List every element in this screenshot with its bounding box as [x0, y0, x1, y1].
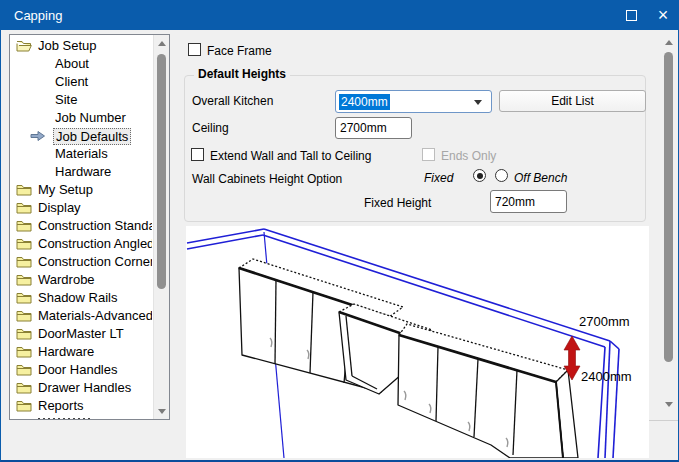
tree-item-label: Display — [38, 200, 81, 215]
tree-item[interactable]: Wardrobe — [10, 271, 152, 289]
tree-item[interactable]: Display — [10, 199, 152, 217]
tree-item-label: Job Defaults — [53, 128, 131, 145]
tree-item-label: About — [55, 56, 89, 71]
ceiling-input[interactable] — [335, 117, 412, 139]
tree-item-label: Materials-Advanced — [38, 308, 152, 323]
folder-icon — [16, 237, 32, 250]
tree-item-label: Construction Standard — [38, 218, 152, 233]
kitchen-preview-svg: 2700mm 2400mm — [186, 226, 649, 458]
fixed-height-label: Fixed Height — [364, 196, 431, 210]
wall-cabinets-height-option-label: Wall Cabinets Height Option — [192, 172, 342, 186]
tree-item[interactable]: Construction Corner — [10, 253, 152, 271]
off-bench-label: Off Bench — [514, 171, 567, 185]
tree-item[interactable]: DoorMaster LT — [10, 325, 152, 343]
scroll-up-arrow[interactable] — [660, 34, 677, 50]
tree-item-label: Job Number — [55, 110, 126, 125]
folder-icon — [16, 183, 32, 196]
tree-item-label: Hardware — [38, 344, 94, 359]
scroll-down-arrow[interactable] — [660, 396, 677, 412]
default-heights-group: Default Heights Overall Kitchen 2400mm E… — [184, 75, 646, 222]
face-frame-checkbox[interactable] — [188, 43, 201, 56]
folder-icon — [16, 399, 32, 412]
folder-icon — [16, 309, 32, 322]
panel-divider — [649, 420, 678, 421]
selected-arrow-icon — [30, 130, 46, 143]
folder-icon — [16, 345, 32, 358]
tree-item-label: Drawer Handles — [38, 380, 131, 395]
tree-item-label: Hardware — [55, 164, 111, 179]
tree-item[interactable]: Job Defaults — [10, 127, 152, 145]
overall-kitchen-value: 2400mm — [339, 94, 390, 110]
tree-item-label: Materials — [55, 146, 108, 161]
tree-item[interactable]: Construction Standard — [10, 217, 152, 235]
tree-item-label: Site — [55, 92, 77, 107]
tree-item-label: DoorMaster LT — [38, 326, 124, 341]
down-triangle-icon — [158, 409, 166, 414]
scroll-up-arrow[interactable] — [154, 35, 170, 51]
clipped-text — [38, 418, 90, 419]
folder-icon — [16, 381, 32, 394]
tree-item[interactable] — [10, 415, 152, 419]
panel-scrollbar-thumb[interactable] — [664, 52, 673, 362]
off-bench-radio[interactable] — [495, 169, 508, 182]
fixed-height-input[interactable] — [490, 190, 567, 213]
overall-kitchen-combobox[interactable]: 2400mm — [335, 90, 492, 113]
tree-item-label: Construction Corner — [38, 254, 152, 269]
overall-kitchen-label: Overall Kitchen — [192, 94, 273, 108]
folder-icon — [16, 291, 32, 304]
maximize-icon — [626, 10, 637, 21]
tree-item[interactable]: Hardware — [10, 163, 152, 181]
panel-scrollbar[interactable] — [660, 34, 677, 412]
tree-item-label: Door Handles — [38, 362, 118, 377]
chevron-down-icon — [474, 100, 482, 105]
tree-scrollbar[interactable] — [153, 35, 169, 419]
tree-item[interactable]: About — [10, 55, 152, 73]
ends-only-label: Ends Only — [441, 149, 496, 163]
ceiling-height-label: 2700mm — [579, 314, 630, 329]
extend-wall-tall-label: Extend Wall and Tall to Ceiling — [210, 149, 371, 163]
folder-icon — [16, 417, 32, 419]
tree-items: Job Setup About Client — [10, 37, 152, 419]
tree-item-label: Client — [55, 74, 88, 89]
tree-item[interactable]: Reports — [10, 397, 152, 415]
tree-item[interactable]: Job Setup — [10, 37, 152, 55]
kitchen-preview-image: 2700mm 2400mm — [186, 226, 649, 458]
fixed-radio[interactable] — [473, 169, 486, 182]
tree-item-label: Shadow Rails — [38, 290, 118, 305]
extend-wall-tall-checkbox[interactable] — [191, 148, 204, 161]
tree-item[interactable]: Door Handles — [10, 361, 152, 379]
tree-item-label: Wardrobe — [38, 272, 95, 287]
tree-item[interactable]: Job Number — [10, 109, 152, 127]
open-folder-icon — [16, 39, 32, 52]
tree-item[interactable]: Materials — [10, 145, 152, 163]
tree-item[interactable]: My Setup — [10, 181, 152, 199]
folder-icon — [16, 255, 32, 268]
tree-scrollbar-thumb[interactable] — [157, 54, 166, 289]
tree-item[interactable]: Hardware — [10, 343, 152, 361]
tree-item[interactable]: Materials-Advanced — [10, 307, 152, 325]
folder-icon — [16, 201, 32, 214]
titlebar: Capping × — [1, 1, 678, 30]
tree-item[interactable]: Site — [10, 91, 152, 109]
folder-icon — [16, 273, 32, 286]
up-triangle-icon — [665, 40, 673, 45]
kitchen-height-label: 2400mm — [581, 369, 632, 384]
ends-only-checkbox[interactable] — [422, 148, 435, 161]
tree-item[interactable]: Client — [10, 73, 152, 91]
settings-tree: Job Setup About Client — [9, 34, 170, 420]
tree-item[interactable]: Construction Angled — [10, 235, 152, 253]
face-frame-label: Face Frame — [207, 44, 272, 58]
close-icon: × — [658, 1, 669, 30]
down-triangle-icon — [665, 402, 673, 407]
up-triangle-icon — [158, 41, 166, 46]
window-title: Capping — [14, 1, 62, 30]
tree-item[interactable]: Drawer Handles — [10, 379, 152, 397]
tree-item[interactable]: Shadow Rails — [10, 289, 152, 307]
fixed-option-label: Fixed — [424, 171, 453, 185]
close-button[interactable]: × — [644, 1, 679, 30]
group-title: Default Heights — [194, 67, 290, 81]
scroll-down-arrow[interactable] — [154, 403, 170, 419]
edit-list-button[interactable]: Edit List — [499, 90, 646, 112]
folder-icon — [16, 327, 32, 340]
folder-icon — [16, 363, 32, 376]
